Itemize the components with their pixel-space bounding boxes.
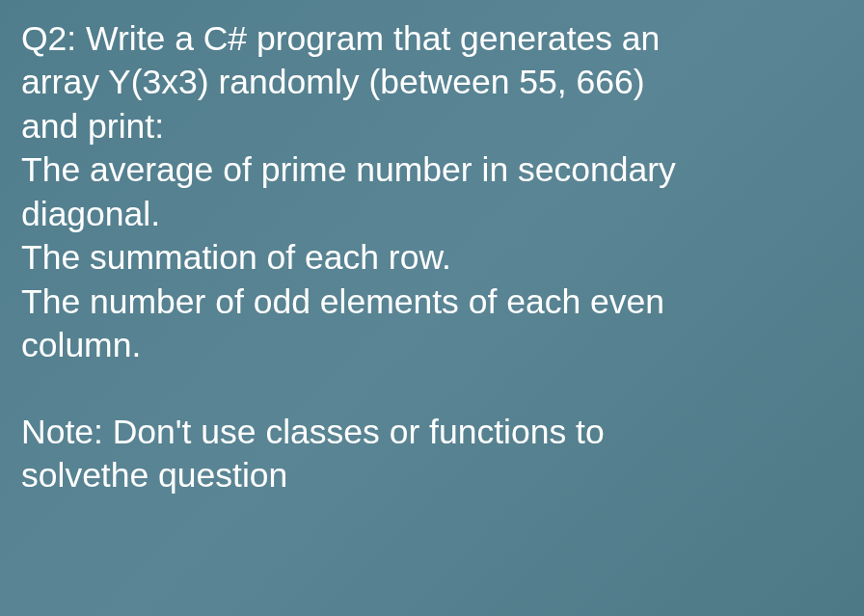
- spacer: [21, 368, 843, 411]
- question-line: The average of prime number in secondary: [21, 148, 843, 192]
- question-line: The number of odd elements of each even: [21, 281, 843, 324]
- note-line: Note: Don't use classes or functions to: [21, 411, 843, 454]
- note-line: solvethe question: [21, 454, 843, 497]
- question-line: diagonal.: [21, 193, 843, 236]
- question-line: array Y(3x3) randomly (between 55, 666): [21, 61, 843, 104]
- question-line: column.: [21, 324, 843, 367]
- question-line: Q2: Write a C# program that generates an: [21, 17, 843, 61]
- question-line: and print:: [21, 105, 843, 148]
- question-line: The summation of each row.: [21, 236, 843, 280]
- question-text-block: Q2: Write a C# program that generates an…: [21, 17, 843, 497]
